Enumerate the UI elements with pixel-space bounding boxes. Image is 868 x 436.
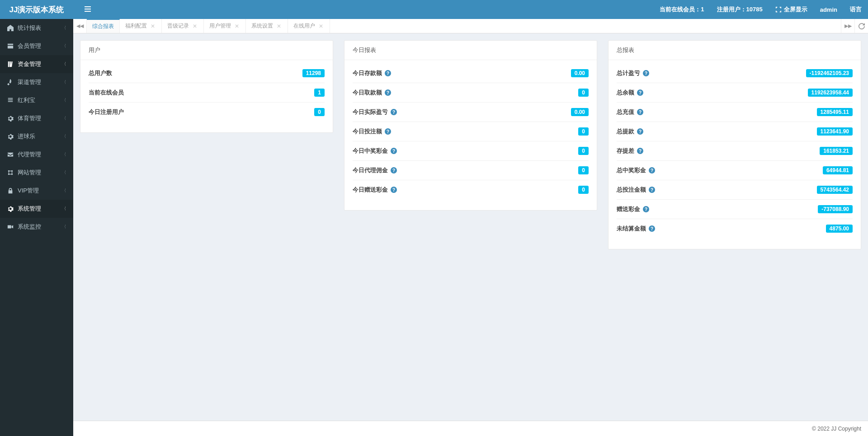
tab-close-button[interactable]: ✕ <box>192 23 198 29</box>
stat-row: 未结算金额 ?4875.00 <box>617 219 853 238</box>
gear-icon <box>7 206 14 212</box>
stat-label: 总计盈亏 ? <box>617 69 649 77</box>
stat-row: 今日投注额 ?0 <box>353 122 589 141</box>
online-members-link[interactable]: 当前在线会员：1 <box>653 0 710 19</box>
sidebar-item-8[interactable]: 网站管理〈 <box>0 164 73 182</box>
sidebar-item-7[interactable]: 代理管理〈 <box>0 145 73 164</box>
sidebar-item-11[interactable]: 系统监控〈 <box>0 218 73 236</box>
help-icon[interactable]: ? <box>649 167 655 173</box>
help-icon[interactable]: ? <box>391 148 397 154</box>
svg-point-2 <box>8 173 10 175</box>
stat-row: 总充值 ?1285495.11 <box>617 103 853 122</box>
refresh-icon <box>859 23 865 29</box>
sidebar-item-1[interactable]: 会员管理〈 <box>0 37 73 55</box>
stat-label: 今日赠送彩金 ? <box>353 186 397 194</box>
stat-row: 存提差 ?161853.21 <box>617 141 853 161</box>
help-icon[interactable]: ? <box>637 109 643 115</box>
chevron-left-icon: 〈 <box>63 25 66 31</box>
language-menu[interactable]: 语言 <box>844 0 868 19</box>
gear-icon <box>7 115 14 122</box>
sidebar-item-3[interactable]: 渠道管理〈 <box>0 73 73 91</box>
stat-row: 总投注金额 ?5743564.42 <box>617 180 853 200</box>
stat-label: 总充值 ? <box>617 108 643 116</box>
gear-icon <box>7 133 14 140</box>
sidebar-item-10[interactable]: 系统管理〈 <box>0 200 73 218</box>
tabs-refresh-button[interactable] <box>854 19 868 33</box>
today-panel: 今日报表 今日存款额 ?0.00今日取款额 ?0今日实际盈亏 ?0.00今日投注… <box>344 40 597 211</box>
stat-label: 未结算金额 ? <box>617 225 655 233</box>
help-icon[interactable]: ? <box>391 167 397 173</box>
chevron-left-icon: 〈 <box>63 169 66 176</box>
stat-label: 总用户数 <box>89 69 112 77</box>
sidebar-item-label: 系统监控 <box>18 223 62 231</box>
user-menu[interactable]: admin <box>814 0 844 19</box>
help-icon[interactable]: ? <box>649 225 655 232</box>
tabs-next-button[interactable]: ▶▶ <box>841 19 854 33</box>
tab-3[interactable]: 用户管理✕ <box>204 19 246 33</box>
mail-icon <box>7 151 14 158</box>
sidebar-item-0[interactable]: 统计报表〈 <box>0 19 73 37</box>
stat-value-badge: 5743564.42 <box>817 186 853 194</box>
tabs-prev-button[interactable]: ◀◀ <box>73 19 87 33</box>
tab-5[interactable]: 在线用户✕ <box>288 19 330 33</box>
help-icon[interactable]: ? <box>385 128 391 135</box>
stat-label: 今日实际盈亏 ? <box>353 108 397 116</box>
sidebar-item-9[interactable]: VIP管理〈 <box>0 182 73 200</box>
stat-value-badge: 161853.21 <box>820 147 853 155</box>
tab-close-button[interactable]: ✕ <box>318 23 324 29</box>
sidebar-item-label: 系统管理 <box>18 205 62 213</box>
svg-point-3 <box>11 173 13 175</box>
sidebar-toggle-button[interactable] <box>80 2 95 18</box>
stat-value-badge: 64944.81 <box>823 166 853 174</box>
help-icon[interactable]: ? <box>649 187 655 193</box>
tab-0[interactable]: 综合报表 <box>87 19 120 33</box>
help-icon[interactable]: ? <box>385 70 391 76</box>
tab-close-button[interactable]: ✕ <box>276 23 282 29</box>
sidebar-item-2[interactable]: 资金管理〈 <box>0 55 73 73</box>
help-icon[interactable]: ? <box>643 206 649 212</box>
sidebar-item-6[interactable]: 进球乐〈 <box>0 127 73 145</box>
help-icon[interactable]: ? <box>391 109 397 115</box>
help-icon[interactable]: ? <box>385 89 391 96</box>
svg-point-1 <box>11 170 13 172</box>
stat-label: 当前在线会员 <box>89 89 124 97</box>
stat-value-badge: 11298 <box>302 69 325 77</box>
stat-row: 今日注册用户0 <box>89 103 325 122</box>
chevron-left-icon: 〈 <box>63 61 66 67</box>
chevron-left-icon: 〈 <box>63 151 66 158</box>
tab-close-button[interactable]: ✕ <box>150 23 156 29</box>
app-logo[interactable]: JJ演示版本系统 <box>0 0 73 19</box>
help-icon[interactable]: ? <box>643 70 649 76</box>
stat-value-badge: -1192462105.23 <box>806 69 853 77</box>
sidebar-item-label: 会员管理 <box>18 42 62 50</box>
header: JJ演示版本系统 当前在线会员：1 注册用户：10785 全屏显示 admin … <box>0 0 868 19</box>
help-icon[interactable]: ? <box>391 187 397 193</box>
stat-value-badge: 1285495.11 <box>817 108 853 116</box>
sidebar-item-5[interactable]: 体育管理〈 <box>0 109 73 127</box>
chevron-left-icon: 〈 <box>63 115 66 122</box>
help-icon[interactable]: ? <box>637 89 643 96</box>
tab-1[interactable]: 福利配置✕ <box>120 19 162 33</box>
registered-users-link[interactable]: 注册用户：10785 <box>711 0 769 19</box>
tabs-bar: ◀◀ 综合报表福利配置✕晋级记录✕用户管理✕系统设置✕在线用户✕ ▶▶ <box>73 19 868 33</box>
stat-value-badge: 1123641.90 <box>817 127 853 136</box>
tab-2[interactable]: 晋级记录✕ <box>162 19 204 33</box>
chevron-left-icon: 〈 <box>63 133 66 140</box>
hamburger-icon <box>85 6 91 12</box>
fullscreen-button[interactable]: 全屏显示 <box>769 0 814 19</box>
svg-point-0 <box>8 170 10 172</box>
sidebar-item-label: 网站管理 <box>18 169 62 177</box>
stat-label: 存提差 ? <box>617 147 643 155</box>
sidebar-item-label: VIP管理 <box>18 187 62 195</box>
sidebar-item-label: 资金管理 <box>18 60 62 68</box>
stat-value-badge: -737088.90 <box>818 205 853 213</box>
stat-row: 今日代理佣金 ?0 <box>353 161 589 180</box>
stat-row: 今日赠送彩金 ?0 <box>353 180 589 199</box>
sidebar-item-4[interactable]: 红利宝〈 <box>0 91 73 109</box>
tab-close-button[interactable]: ✕ <box>234 23 240 29</box>
help-icon[interactable]: ? <box>637 148 643 154</box>
chevron-left-icon: 〈 <box>63 97 66 103</box>
help-icon[interactable]: ? <box>637 128 643 135</box>
tab-4[interactable]: 系统设置✕ <box>246 19 288 33</box>
stat-value-badge: 0.00 <box>571 69 589 77</box>
